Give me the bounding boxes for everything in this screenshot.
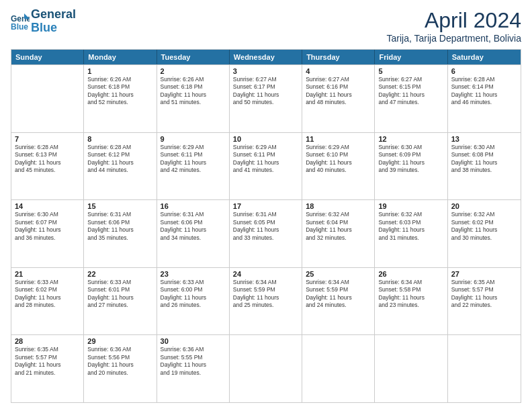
day-number: 2	[161, 67, 226, 75]
calendar-cell: 20Sunrise: 6:32 AM Sunset: 6:02 PM Dayli…	[448, 200, 521, 267]
calendar-week-5: 28Sunrise: 6:35 AM Sunset: 5:57 PM Dayli…	[11, 334, 521, 402]
day-number: 3	[233, 67, 298, 75]
calendar-cell: 12Sunrise: 6:30 AM Sunset: 6:09 PM Dayli…	[375, 133, 447, 200]
calendar: SundayMondayTuesdayWednesdayThursdayFrid…	[11, 49, 521, 403]
day-number: 19	[378, 202, 443, 210]
calendar-cell: 4Sunrise: 6:27 AM Sunset: 6:16 PM Daylig…	[302, 65, 375, 132]
day-number: 13	[451, 135, 517, 143]
calendar-cell: 2Sunrise: 6:26 AM Sunset: 6:18 PM Daylig…	[157, 65, 230, 132]
day-number: 17	[233, 202, 298, 210]
header: General Blue General Blue April 2024 Tar…	[11, 8, 521, 44]
calendar-cell	[11, 65, 84, 132]
month-title: April 2024	[387, 8, 522, 33]
day-number: 30	[161, 337, 226, 345]
day-info: Sunrise: 6:35 AM Sunset: 5:57 PM Dayligh…	[451, 279, 517, 310]
svg-text:Blue: Blue	[11, 22, 28, 31]
header-day-sunday: Sunday	[11, 50, 84, 64]
day-number: 22	[87, 270, 152, 278]
page: General Blue General Blue April 2024 Tar…	[0, 0, 532, 411]
day-number: 7	[15, 135, 80, 143]
calendar-cell: 9Sunrise: 6:29 AM Sunset: 6:11 PM Daylig…	[157, 133, 230, 200]
calendar-body: 1Sunrise: 6:26 AM Sunset: 6:18 PM Daylig…	[11, 64, 521, 402]
header-day-thursday: Thursday	[302, 50, 375, 64]
calendar-cell: 22Sunrise: 6:33 AM Sunset: 6:01 PM Dayli…	[84, 268, 157, 335]
day-number: 15	[87, 202, 152, 210]
day-number: 11	[306, 135, 371, 143]
calendar-cell: 14Sunrise: 6:30 AM Sunset: 6:07 PM Dayli…	[11, 200, 84, 267]
calendar-cell: 18Sunrise: 6:32 AM Sunset: 6:04 PM Dayli…	[302, 200, 375, 267]
header-day-monday: Monday	[84, 50, 157, 64]
calendar-cell: 17Sunrise: 6:31 AM Sunset: 6:05 PM Dayli…	[230, 200, 302, 267]
day-info: Sunrise: 6:28 AM Sunset: 6:14 PM Dayligh…	[451, 76, 517, 107]
day-number: 12	[378, 135, 443, 143]
day-info: Sunrise: 6:31 AM Sunset: 6:06 PM Dayligh…	[161, 211, 226, 242]
calendar-week-1: 1Sunrise: 6:26 AM Sunset: 6:18 PM Daylig…	[11, 64, 521, 132]
day-number: 29	[87, 337, 152, 345]
day-info: Sunrise: 6:32 AM Sunset: 6:02 PM Dayligh…	[451, 211, 517, 242]
calendar-cell: 15Sunrise: 6:31 AM Sunset: 6:06 PM Dayli…	[84, 200, 157, 267]
day-info: Sunrise: 6:27 AM Sunset: 6:15 PM Dayligh…	[378, 76, 443, 107]
day-info: Sunrise: 6:33 AM Sunset: 6:02 PM Dayligh…	[15, 279, 80, 310]
day-number: 8	[87, 135, 152, 143]
day-info: Sunrise: 6:31 AM Sunset: 6:05 PM Dayligh…	[233, 211, 298, 242]
day-number: 21	[15, 270, 80, 278]
day-info: Sunrise: 6:34 AM Sunset: 5:58 PM Dayligh…	[378, 279, 443, 310]
day-info: Sunrise: 6:32 AM Sunset: 6:03 PM Dayligh…	[378, 211, 443, 242]
day-number: 9	[161, 135, 226, 143]
calendar-week-4: 21Sunrise: 6:33 AM Sunset: 6:02 PM Dayli…	[11, 267, 521, 335]
day-number: 18	[306, 202, 371, 210]
header-day-friday: Friday	[375, 50, 447, 64]
calendar-cell: 5Sunrise: 6:27 AM Sunset: 6:15 PM Daylig…	[375, 65, 447, 132]
calendar-cell: 6Sunrise: 6:28 AM Sunset: 6:14 PM Daylig…	[448, 65, 521, 132]
calendar-week-3: 14Sunrise: 6:30 AM Sunset: 6:07 PM Dayli…	[11, 199, 521, 267]
calendar-cell: 16Sunrise: 6:31 AM Sunset: 6:06 PM Dayli…	[157, 200, 230, 267]
calendar-cell	[448, 335, 521, 402]
header-day-tuesday: Tuesday	[157, 50, 230, 64]
logo-line1: General	[31, 8, 76, 21]
calendar-cell: 3Sunrise: 6:27 AM Sunset: 6:17 PM Daylig…	[230, 65, 302, 132]
day-info: Sunrise: 6:27 AM Sunset: 6:16 PM Dayligh…	[306, 76, 371, 107]
day-info: Sunrise: 6:31 AM Sunset: 6:06 PM Dayligh…	[87, 211, 152, 242]
calendar-cell: 23Sunrise: 6:33 AM Sunset: 6:00 PM Dayli…	[157, 268, 230, 335]
day-number: 27	[451, 270, 517, 278]
day-info: Sunrise: 6:33 AM Sunset: 6:00 PM Dayligh…	[161, 279, 226, 310]
calendar-cell: 13Sunrise: 6:30 AM Sunset: 6:08 PM Dayli…	[448, 133, 521, 200]
calendar-cell	[302, 335, 375, 402]
calendar-week-2: 7Sunrise: 6:28 AM Sunset: 6:13 PM Daylig…	[11, 132, 521, 200]
calendar-header: SundayMondayTuesdayWednesdayThursdayFrid…	[11, 50, 521, 64]
calendar-cell: 24Sunrise: 6:34 AM Sunset: 5:59 PM Dayli…	[230, 268, 302, 335]
day-number: 26	[378, 270, 443, 278]
calendar-cell: 21Sunrise: 6:33 AM Sunset: 6:02 PM Dayli…	[11, 268, 84, 335]
day-number: 14	[15, 202, 80, 210]
day-info: Sunrise: 6:33 AM Sunset: 6:01 PM Dayligh…	[87, 279, 152, 310]
calendar-cell: 1Sunrise: 6:26 AM Sunset: 6:18 PM Daylig…	[84, 65, 157, 132]
day-number: 6	[451, 67, 517, 75]
logo-icon: General Blue	[11, 12, 30, 31]
calendar-cell: 19Sunrise: 6:32 AM Sunset: 6:03 PM Dayli…	[375, 200, 447, 267]
day-info: Sunrise: 6:29 AM Sunset: 6:11 PM Dayligh…	[161, 144, 226, 175]
calendar-cell: 26Sunrise: 6:34 AM Sunset: 5:58 PM Dayli…	[375, 268, 447, 335]
day-info: Sunrise: 6:35 AM Sunset: 5:57 PM Dayligh…	[15, 346, 80, 377]
day-info: Sunrise: 6:34 AM Sunset: 5:59 PM Dayligh…	[306, 279, 371, 310]
calendar-cell: 28Sunrise: 6:35 AM Sunset: 5:57 PM Dayli…	[11, 335, 84, 402]
day-info: Sunrise: 6:36 AM Sunset: 5:55 PM Dayligh…	[161, 346, 226, 377]
calendar-cell	[230, 335, 302, 402]
calendar-cell	[375, 335, 447, 402]
day-info: Sunrise: 6:30 AM Sunset: 6:08 PM Dayligh…	[451, 144, 517, 175]
day-info: Sunrise: 6:34 AM Sunset: 5:59 PM Dayligh…	[233, 279, 298, 310]
logo-line2: Blue	[31, 21, 76, 35]
day-info: Sunrise: 6:32 AM Sunset: 6:04 PM Dayligh…	[306, 211, 371, 242]
day-info: Sunrise: 6:29 AM Sunset: 6:11 PM Dayligh…	[233, 144, 298, 175]
calendar-cell: 30Sunrise: 6:36 AM Sunset: 5:55 PM Dayli…	[157, 335, 230, 402]
day-number: 25	[306, 270, 371, 278]
day-number: 1	[87, 67, 152, 75]
day-number: 24	[233, 270, 298, 278]
day-info: Sunrise: 6:30 AM Sunset: 6:07 PM Dayligh…	[15, 211, 80, 242]
logo: General Blue General Blue	[11, 8, 76, 35]
calendar-cell: 10Sunrise: 6:29 AM Sunset: 6:11 PM Dayli…	[230, 133, 302, 200]
day-info: Sunrise: 6:28 AM Sunset: 6:13 PM Dayligh…	[15, 144, 80, 175]
calendar-cell: 7Sunrise: 6:28 AM Sunset: 6:13 PM Daylig…	[11, 133, 84, 200]
calendar-cell: 27Sunrise: 6:35 AM Sunset: 5:57 PM Dayli…	[448, 268, 521, 335]
header-day-saturday: Saturday	[448, 50, 521, 64]
calendar-cell: 29Sunrise: 6:36 AM Sunset: 5:56 PM Dayli…	[84, 335, 157, 402]
